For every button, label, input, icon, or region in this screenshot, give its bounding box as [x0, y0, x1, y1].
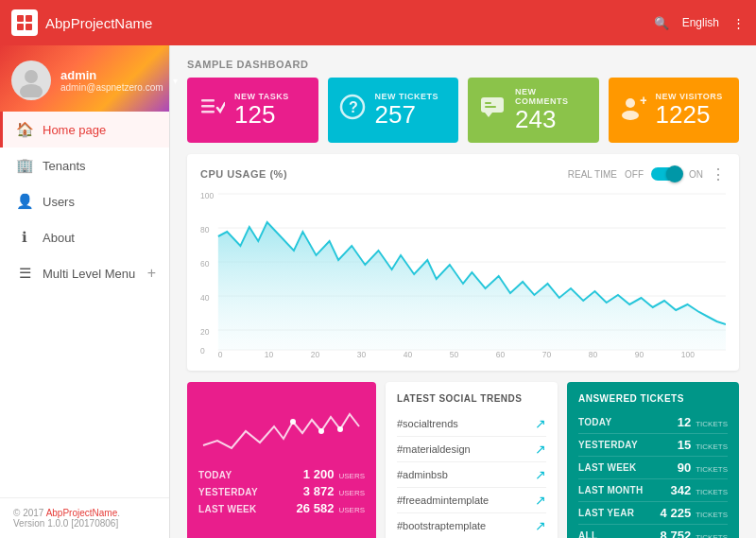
ticket-all-unit: TICKETS: [696, 533, 728, 538]
sidebar-item-home[interactable]: 🏠 Home page: [0, 112, 169, 148]
today-label: TODAY: [198, 470, 232, 480]
trend-tag-4: #freeadmintemplate: [397, 495, 489, 506]
svg-text:60: 60: [496, 349, 506, 358]
comments-icon: [479, 94, 506, 126]
stat-cards: NEW TASKS 125 ? NEW TICKETS 257: [170, 78, 756, 154]
navbar-right: 🔍 English ⋮: [654, 16, 745, 30]
trend-item-2: #materialdesign ↗: [397, 437, 546, 462]
sidebar-nav: 🏠 Home page 🏢 Tenants 👤 Users ℹ About ☰ …: [0, 112, 169, 497]
yesterday-unit: USERS: [338, 489, 365, 497]
trend-item-4: #freeadmintemplate ↗: [397, 488, 546, 513]
ticket-yesterday-value-group: 15 TICKETS: [678, 438, 728, 452]
today-row: TODAY 1 200 USERS: [198, 467, 365, 481]
sidebar-item-users[interactable]: 👤 Users: [0, 183, 169, 219]
stat-card-visitors: + NEW VISITORS 1225: [609, 78, 740, 143]
more-menu-icon[interactable]: ⋮: [732, 16, 745, 30]
svg-rect-6: [201, 99, 215, 102]
svg-rect-2: [17, 24, 24, 30]
user-info: admin admin@aspnetzero.com: [60, 68, 163, 93]
lastweek-label: LAST WEEK: [198, 504, 257, 514]
trend-arrow-2: ↗: [535, 442, 546, 457]
chart-more-icon[interactable]: ⋮: [711, 165, 726, 183]
trend-tag-3: #adminbsb: [397, 469, 448, 480]
trend-arrow-5: ↗: [535, 518, 546, 533]
add-menu-item-icon[interactable]: +: [147, 265, 156, 282]
visitors-body: NEW VISITORS 1225: [656, 92, 729, 129]
svg-text:100: 100: [681, 349, 695, 358]
svg-text:70: 70: [542, 349, 552, 358]
lastweek-value-group: 26 582 USERS: [297, 501, 365, 515]
ticket-yesterday-label: YESTERDAY: [578, 440, 638, 450]
ticket-today-label: TODAY: [578, 417, 611, 427]
svg-rect-7: [201, 105, 215, 108]
svg-text:20: 20: [311, 349, 320, 358]
menu-icon: ☰: [16, 265, 33, 282]
ticket-lastweek: LAST WEEK 90 TICKETS: [578, 457, 728, 479]
ticket-lastyear-value: 4 225: [661, 506, 692, 520]
ticket-lastmonth-unit: TICKETS: [696, 488, 728, 496]
tickets-icon: ?: [339, 94, 366, 126]
lastweek-unit: USERS: [338, 506, 365, 514]
layout: admin admin@aspnetzero.com ▾ 🏠 Home page…: [0, 45, 756, 538]
svg-text:0: 0: [218, 349, 223, 358]
yesterday-value: 3 872: [303, 484, 335, 498]
yesterday-label: YESTERDAY: [198, 487, 258, 497]
svg-text:+: +: [640, 94, 646, 108]
visitors-label: NEW VISITORS: [656, 92, 729, 101]
toggle-thumb: [666, 165, 683, 182]
search-icon[interactable]: 🔍: [654, 16, 669, 30]
bottom-cards: TODAY 1 200 USERS YESTERDAY 3 872 USERS …: [170, 382, 756, 538]
svg-point-42: [318, 428, 324, 434]
lastweek-row: LAST WEEK 26 582 USERS: [198, 501, 365, 515]
svg-text:40: 40: [404, 349, 413, 358]
ticket-yesterday-value: 15: [678, 438, 691, 452]
tasks-label: NEW TASKS: [234, 92, 307, 101]
ticket-lastmonth-value-group: 342 TICKETS: [670, 483, 728, 497]
sidebar-item-users-label: Users: [43, 195, 75, 209]
sidebar-item-about[interactable]: ℹ About: [0, 219, 169, 255]
ticket-all-value: 8 752: [661, 529, 692, 538]
footer-link[interactable]: AbpProjectName: [46, 508, 118, 518]
svg-text:40: 40: [200, 292, 210, 302]
tasks-body: NEW TASKS 125: [234, 92, 307, 129]
cpu-chart-section: CPU USAGE (%) REAL TIME OFF ON ⋮ 10: [187, 154, 739, 371]
visitors-card: TODAY 1 200 USERS YESTERDAY 3 872 USERS …: [187, 382, 376, 538]
ticket-lastmonth: LAST MONTH 342 TICKETS: [578, 479, 728, 502]
sidebar: admin admin@aspnetzero.com ▾ 🏠 Home page…: [0, 45, 170, 538]
svg-text:60: 60: [200, 258, 210, 268]
cpu-chart-canvas: 100 80 60 40 20 0 0 10 20: [200, 189, 726, 359]
ticket-today: TODAY 12 TICKETS: [578, 411, 728, 434]
off-label: OFF: [625, 169, 644, 180]
language-selector[interactable]: English: [682, 16, 719, 29]
stat-card-comments: NEW COMMENTS 243: [468, 78, 599, 143]
ticket-today-value-group: 12 TICKETS: [678, 415, 728, 429]
comments-value: 243: [515, 106, 588, 133]
ticket-today-value: 12: [678, 415, 691, 429]
ticket-lastweek-label: LAST WEEK: [578, 462, 637, 473]
today-unit: USERS: [338, 472, 365, 480]
real-time-label: REAL TIME: [568, 169, 617, 180]
sidebar-item-multilevel[interactable]: ☰ Multi Level Menu +: [0, 255, 169, 291]
user-email: admin@aspnetzero.com: [60, 82, 163, 93]
ticket-all-label: ALL: [578, 530, 597, 538]
app-logo: [11, 9, 38, 36]
main-content: SAMPLE DASHBOARD NEW TASKS 125: [170, 45, 756, 538]
tickets-value: 257: [375, 101, 448, 129]
realtime-toggle[interactable]: [651, 167, 681, 181]
answered-tickets-card: ANSWERED TICKETS TODAY 12 TICKETS YESTER…: [567, 382, 739, 538]
yesterday-value-group: 3 872 USERS: [303, 484, 365, 498]
svg-text:50: 50: [450, 349, 459, 358]
tasks-value: 125: [234, 101, 307, 129]
tasks-icon: [198, 94, 225, 126]
ticket-lastweek-value-group: 90 TICKETS: [678, 460, 728, 475]
ticket-lastweek-unit: TICKETS: [696, 465, 728, 474]
trend-arrow-1: ↗: [535, 416, 546, 431]
user-chevron-icon[interactable]: ▾: [173, 76, 178, 86]
ticket-all: ALL 8 752 TICKETS: [578, 525, 728, 538]
sidebar-item-tenants[interactable]: 🏢 Tenants: [0, 148, 169, 183]
username: admin: [60, 68, 163, 82]
social-trends-card: LATEST SOCIAL TRENDS #socialtrends ↗ #ma…: [386, 382, 558, 538]
trend-tag-1: #socialtrends: [397, 418, 458, 429]
app-version: Version 1.0.0 [20170806]: [13, 518, 118, 529]
toggle-track[interactable]: [651, 167, 681, 181]
